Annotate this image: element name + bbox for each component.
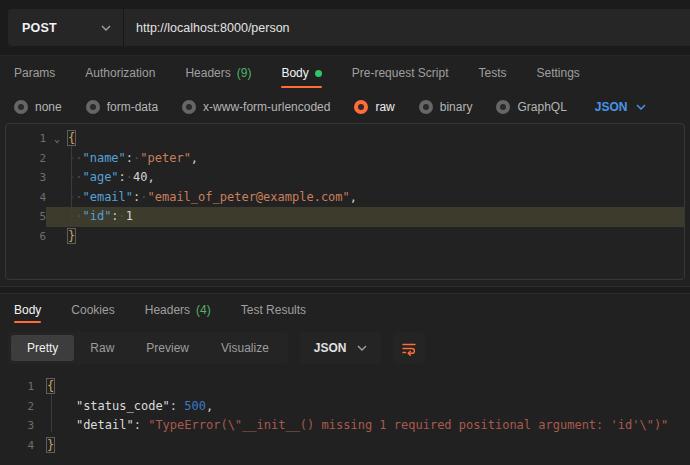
- tab-tests[interactable]: Tests: [478, 56, 506, 90]
- code-line: 5··"id":·1: [6, 207, 684, 227]
- tab-label: Headers: [145, 303, 190, 317]
- code-text: ··"id":·1: [68, 207, 133, 227]
- code-text: "detail": "TypeError(\"__init__() missin…: [47, 416, 668, 436]
- body-type-radio-none[interactable]: none: [14, 100, 62, 114]
- radio-icon: [354, 100, 368, 114]
- view-raw-button[interactable]: Raw: [74, 335, 130, 361]
- url-input[interactable]: http://localhost:8000/person: [124, 9, 690, 46]
- request-tabs: ParamsAuthorizationHeaders(9)BodyPre-req…: [0, 56, 690, 90]
- body-type-radio-x-www-form-urlencoded[interactable]: x-www-form-urlencoded: [182, 100, 330, 114]
- code-text: }: [47, 436, 54, 456]
- method-selector[interactable]: POST: [8, 9, 124, 46]
- tab-label: Body: [14, 303, 41, 317]
- postman-app: POST http://localhost:8000/person Params…: [0, 0, 690, 465]
- response-tab-test-results[interactable]: Test Results: [241, 294, 306, 325]
- response-tab-cookies[interactable]: Cookies: [71, 294, 114, 325]
- line-number: 6: [6, 227, 46, 247]
- tab-label: Settings: [537, 66, 580, 80]
- fold-gutter: [34, 416, 47, 436]
- body-type-row: noneform-datax-www-form-urlencodedrawbin…: [0, 90, 690, 123]
- response-body-viewer[interactable]: 1{2 "status_code": 500,3 "detail": "Type…: [0, 370, 690, 465]
- code-line: 1{: [0, 377, 690, 397]
- tab-label: Authorization: [85, 66, 155, 80]
- tab-label: Cookies: [71, 303, 114, 317]
- line-number: 2: [0, 397, 34, 417]
- fold-gutter: [46, 149, 68, 169]
- tab-authorization[interactable]: Authorization: [85, 56, 155, 90]
- method-label: POST: [22, 21, 57, 35]
- chevron-down-icon: [357, 345, 367, 351]
- format-label: JSON: [314, 341, 347, 355]
- response-format-selector[interactable]: JSON: [300, 332, 381, 364]
- view-pretty-button[interactable]: Pretty: [11, 335, 74, 361]
- response-view-switcher: PrettyRawPreviewVisualize: [8, 332, 288, 364]
- tab-label: Test Results: [241, 303, 306, 317]
- request-url-bar: POST http://localhost:8000/person: [0, 0, 690, 56]
- code-text: "status_code": 500,: [47, 397, 213, 417]
- line-number: 3: [0, 416, 34, 436]
- tab-headers[interactable]: Headers(9): [185, 56, 251, 90]
- section-divider: [0, 286, 690, 294]
- body-type-radio-binary[interactable]: binary: [419, 100, 473, 114]
- code-line: 3··"age":·40,: [6, 168, 684, 188]
- code-line: 6}: [6, 227, 684, 247]
- tab-label: Pre-request Script: [352, 66, 449, 80]
- tab-pre-request-script[interactable]: Pre-request Script: [352, 56, 449, 90]
- fold-gutter: [46, 227, 68, 247]
- tab-label: Body: [281, 66, 308, 80]
- fold-gutter: [34, 436, 47, 456]
- code-text: ··"age":·40,: [68, 168, 155, 188]
- line-number: 1: [6, 129, 46, 149]
- body-type-radio-graphql[interactable]: GraphQL: [496, 100, 566, 114]
- radio-label: none: [35, 100, 62, 114]
- radio-label: x-www-form-urlencoded: [203, 100, 330, 114]
- code-text: ··"name":·"peter",: [68, 149, 198, 169]
- text-wrap-icon: [401, 340, 417, 356]
- line-number: 2: [6, 149, 46, 169]
- tab-params[interactable]: Params: [14, 56, 55, 90]
- line-number: 4: [6, 188, 46, 208]
- radio-label: form-data: [107, 100, 158, 114]
- fold-gutter: [46, 188, 68, 208]
- tab-label: Params: [14, 66, 55, 80]
- view-visualize-button[interactable]: Visualize: [205, 335, 285, 361]
- response-tabs: BodyCookiesHeaders(4)Test Results: [0, 294, 690, 325]
- radio-icon: [86, 100, 100, 114]
- tab-count-badge: (4): [196, 303, 211, 317]
- body-type-radio-form-data[interactable]: form-data: [86, 100, 158, 114]
- fold-toggle-icon[interactable]: ⌄: [46, 129, 68, 149]
- radio-icon: [182, 100, 196, 114]
- fold-gutter: [34, 377, 47, 397]
- line-number: 5: [6, 207, 46, 227]
- code-line: 3 "detail": "TypeError(\"__init__() miss…: [0, 416, 690, 436]
- response-tab-headers[interactable]: Headers(4): [145, 294, 211, 325]
- chevron-down-icon: [636, 104, 646, 110]
- fold-gutter: [46, 207, 68, 227]
- tab-settings[interactable]: Settings: [537, 56, 580, 90]
- url-text: http://localhost:8000/person: [136, 21, 290, 35]
- line-number: 3: [6, 168, 46, 188]
- tab-label: Tests: [478, 66, 506, 80]
- line-number: 4: [0, 436, 34, 456]
- wrap-text-button[interactable]: [393, 332, 425, 364]
- fold-gutter: [34, 397, 47, 417]
- body-type-radio-raw[interactable]: raw: [354, 100, 394, 114]
- response-toolbar: PrettyRawPreviewVisualize JSON: [8, 332, 690, 364]
- radio-label: binary: [440, 100, 473, 114]
- response-tab-body[interactable]: Body: [14, 294, 41, 325]
- radio-label: raw: [375, 100, 394, 114]
- code-line: 2··"name":·"peter",: [6, 149, 684, 169]
- tab-body[interactable]: Body: [281, 56, 321, 90]
- radio-label: GraphQL: [517, 100, 566, 114]
- tab-count-badge: (9): [237, 66, 252, 80]
- request-body-editor[interactable]: 1⌄{2··"name":·"peter",3··"age":·40,4··"e…: [5, 123, 685, 280]
- raw-language-label: JSON: [595, 100, 628, 114]
- body-set-dot-indicator: [315, 70, 322, 77]
- line-number: 1: [0, 377, 34, 397]
- radio-icon: [496, 100, 510, 114]
- code-line: 4}: [0, 436, 690, 456]
- raw-language-selector[interactable]: JSON: [595, 100, 646, 114]
- code-line: 1⌄{: [6, 129, 684, 149]
- indent-guide: [71, 146, 72, 226]
- view-preview-button[interactable]: Preview: [130, 335, 205, 361]
